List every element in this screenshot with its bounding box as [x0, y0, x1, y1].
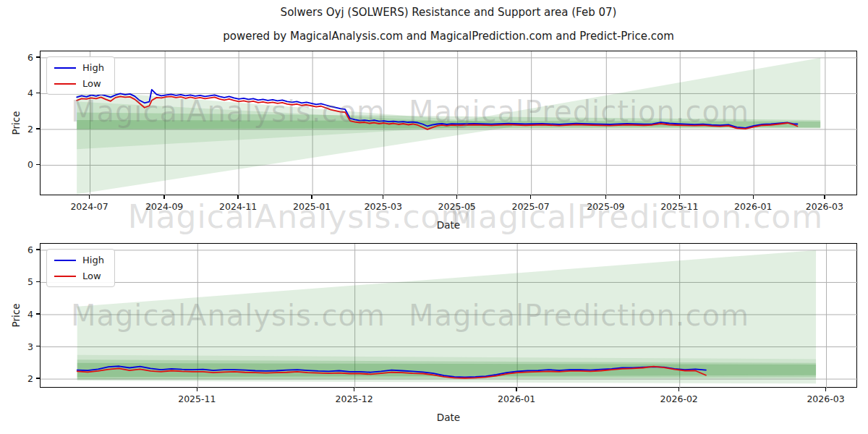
x-tick-label: 2025-11: [178, 393, 216, 404]
low-line: [77, 367, 706, 378]
legend-item-low: Low: [54, 271, 104, 281]
chart-canvas: [41, 244, 858, 388]
x-tick-mark: [516, 388, 516, 391]
y-tick-label: 0: [27, 159, 33, 170]
x-tick-mark: [354, 388, 354, 391]
x-tick-label: 2026-03: [807, 393, 844, 404]
support-resistance-core-area: [77, 120, 820, 129]
left-fan-outer-area: [77, 90, 512, 194]
x-tick-label: 2026-02: [660, 393, 698, 404]
legend-label-high: High: [82, 62, 104, 73]
watermark-analysis: MagicalAnalysis.com: [71, 95, 386, 128]
x-tick-mark: [825, 388, 826, 391]
x-axis-label: Date: [437, 412, 460, 423]
x-tick-mark: [678, 388, 679, 391]
x-tick-label: 2026-01: [498, 393, 535, 404]
y-tick-mark: [36, 93, 40, 93]
low-line-swatch: [54, 83, 76, 85]
watermark-analysis: MagicalAnalysis.com: [71, 299, 386, 332]
plot-area: MagicalAnalysis.com MagicalPrediction.co…: [40, 243, 857, 388]
watermark-prediction: MagicalPrediction.com: [409, 95, 749, 128]
low-line-swatch: [54, 276, 76, 277]
y-tick-mark: [36, 346, 40, 346]
resistance-band-outer-area: [77, 112, 820, 129]
legend-label-low: Low: [82, 271, 101, 281]
y-tick-mark: [36, 56, 40, 57]
x-tick-mark: [89, 195, 90, 199]
y-axis-label: Price: [10, 111, 22, 135]
legend-label-high: High: [82, 255, 104, 265]
right-fan-expanding-area: [77, 250, 816, 383]
y-tick-mark: [36, 164, 40, 165]
watermark-prediction: MagicalPrediction.com: [450, 198, 823, 235]
low-line: [77, 96, 797, 129]
figure-title: Solwers Oyj (SOLWERS) Resistance and Sup…: [40, 6, 857, 19]
legend-item-high: High: [54, 255, 104, 265]
figure: Solwers Oyj (SOLWERS) Resistance and Sup…: [0, 0, 868, 434]
x-tick-label: 2024-07: [70, 201, 108, 212]
high-line-swatch: [54, 260, 76, 261]
band-halo-area: [77, 355, 816, 380]
y-tick-label: 4: [27, 88, 33, 98]
watermark-analysis: MagicalAnalysis.com: [128, 198, 473, 235]
y-tick-label: 6: [27, 244, 33, 255]
y-tick-label: 2: [27, 123, 33, 134]
chart-canvas: [41, 51, 858, 196]
y-tick-label: 3: [27, 341, 33, 352]
resistance-band-outer-area: [77, 359, 816, 379]
right-fan-expanding-area: [458, 58, 820, 128]
y-axis-label: Price: [10, 304, 22, 328]
y-tick-mark: [36, 128, 40, 129]
high-line: [77, 90, 797, 128]
legend-item-high: High: [54, 62, 104, 73]
legend-item-low: Low: [54, 78, 104, 89]
y-tick-mark: [36, 378, 40, 378]
left-fan-mid-area: [77, 102, 458, 150]
watermark-prediction: MagicalPrediction.com: [409, 299, 749, 332]
legend: High Low: [46, 56, 115, 95]
y-tick-mark: [36, 281, 40, 282]
y-tick-label: 5: [27, 276, 33, 287]
x-tick-mark: [197, 388, 197, 391]
x-tick-mark: [824, 195, 825, 199]
support-resistance-core-area: [77, 363, 816, 378]
high-line: [77, 366, 706, 377]
plot-area: MagicalAnalysis.com MagicalPrediction.co…: [40, 51, 857, 195]
high-line-swatch: [54, 67, 76, 69]
legend: High Low: [46, 249, 115, 287]
y-tick-label: 2: [27, 373, 33, 384]
y-tick-mark: [36, 249, 40, 250]
y-tick-mark: [36, 313, 40, 314]
legend-label-low: Low: [82, 78, 101, 89]
y-tick-label: 4: [27, 308, 33, 319]
y-tick-label: 6: [27, 51, 33, 62]
x-tick-label: 2025-12: [335, 393, 373, 404]
figure-subtitle: powered by MagicalAnalysis.com and Magic…: [40, 30, 857, 43]
